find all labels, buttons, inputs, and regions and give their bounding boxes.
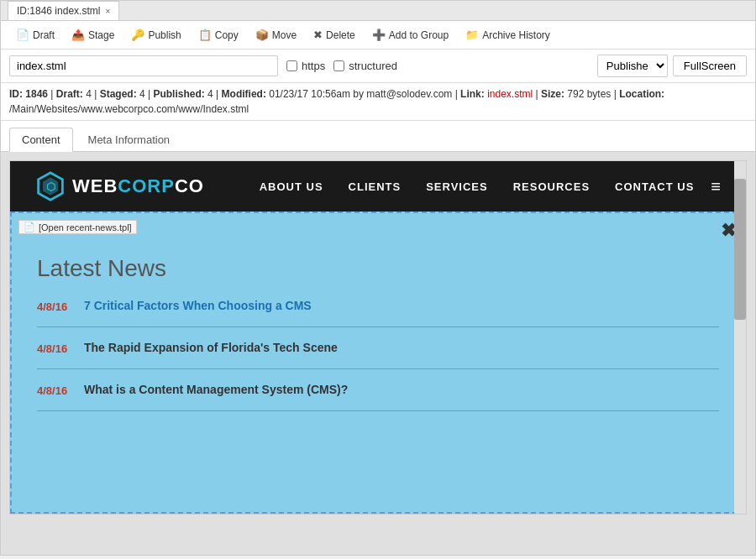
news-date-3: 4/8/16: [37, 384, 71, 397]
publish-label: Publish: [148, 29, 181, 41]
news-date-1: 4/8/16: [37, 300, 71, 313]
stage-icon: 📤: [71, 29, 85, 41]
news-link-1[interactable]: 7 Critical Factors When Choosing a CMS: [84, 299, 312, 312]
stage-label: Stage: [88, 29, 114, 41]
archive-icon: 📁: [465, 29, 479, 41]
stage-button[interactable]: 📤 Stage: [65, 26, 121, 44]
meta-location: /Main/Websites/www.webcorpco.com/www/Ind…: [9, 103, 249, 115]
scrollbar-thumb[interactable]: [734, 179, 746, 320]
scrollbar-track: [734, 161, 746, 514]
structured-checkbox-group: structured: [333, 60, 397, 72]
publish-select-group: Publishe FullScreen: [597, 55, 747, 77]
svg-text:⬡: ⬡: [46, 181, 55, 193]
nav-link-services[interactable]: SERVICES: [426, 180, 488, 193]
main-window: ID:1846 index.stml × 📄 Draft 📤 Stage 🔑 P…: [0, 0, 756, 556]
add-group-label: Add to Group: [389, 29, 449, 41]
template-label-text: [Open recent-news.tpl]: [39, 222, 132, 232]
news-item-2: 4/8/16 The Rapid Expansion of Florida's …: [37, 341, 719, 369]
move-button[interactable]: 📦 Move: [249, 26, 303, 44]
latest-news-title: Latest News: [37, 255, 719, 282]
publish-icon: 🔑: [131, 29, 144, 41]
filename-input[interactable]: [9, 55, 278, 76]
archive-history-button[interactable]: 📁 Archive History: [459, 26, 557, 44]
meta-text: ID: 1846 | Draft: 4 | Staged: 4 | Publis…: [9, 88, 664, 100]
copy-icon: 📋: [198, 29, 212, 41]
news-item-1: 4/8/16 7 Critical Factors When Choosing …: [37, 299, 719, 327]
news-title-3: What is a Content Management System (CMS…: [84, 383, 348, 396]
delete-icon: ✖: [313, 29, 323, 41]
nav-link-about-us[interactable]: ABOUT US: [260, 180, 323, 193]
tab-meta-information[interactable]: Meta Information: [76, 128, 183, 151]
news-item-3: 4/8/16 What is a Content Management Syst…: [37, 383, 719, 411]
website-preview: ⬡ WEBCORPCO ABOUT US CLIENTS SERVICES RE…: [9, 160, 747, 515]
add-to-group-button[interactable]: ➕ Add to Group: [365, 26, 455, 44]
nav-link-resources[interactable]: RESOURCES: [513, 180, 590, 193]
publish-select[interactable]: Publishe: [597, 55, 668, 77]
site-content: 📄 [Open recent-news.tpl] ✖ Latest News 4…: [10, 212, 746, 514]
add-group-icon: ➕: [372, 29, 386, 41]
draft-icon: 📄: [16, 29, 29, 41]
https-label: https: [302, 60, 325, 72]
draft-button[interactable]: 📄 Draft: [9, 26, 61, 44]
meta-info-row: ID: 1846 | Draft: 4 | Staged: 4 | Publis…: [1, 83, 755, 121]
file-row: https structured Publishe FullScreen: [1, 50, 755, 83]
copy-button[interactable]: 📋 Copy: [192, 26, 245, 44]
publish-button[interactable]: 🔑 Publish: [124, 26, 187, 44]
preview-container: ⬡ WEBCORPCO ABOUT US CLIENTS SERVICES RE…: [1, 152, 755, 555]
site-logo: ⬡ WEBCORPCO: [35, 171, 204, 201]
delete-label: Delete: [326, 29, 355, 41]
https-checkbox[interactable]: [286, 60, 297, 71]
site-nav-links: ABOUT US CLIENTS SERVICES RESOURCES CONT…: [260, 180, 695, 193]
template-icon: 📄: [24, 222, 35, 232]
archive-label: Archive History: [482, 29, 550, 41]
news-date-2: 4/8/16: [37, 342, 71, 355]
delete-button[interactable]: ✖ Delete: [307, 26, 362, 44]
tab-label: ID:1846 index.stml: [17, 5, 100, 17]
copy-label: Copy: [215, 29, 239, 41]
site-nav: ⬡ WEBCORPCO ABOUT US CLIENTS SERVICES RE…: [10, 161, 746, 212]
tab-content[interactable]: Content: [9, 128, 73, 152]
structured-checkbox[interactable]: [333, 60, 344, 71]
toolbar: 📄 Draft 📤 Stage 🔑 Publish 📋 Copy 📦 Move …: [1, 21, 755, 50]
file-link[interactable]: index.stml: [487, 88, 533, 100]
move-icon: 📦: [255, 29, 269, 41]
nav-link-clients[interactable]: CLIENTS: [349, 180, 402, 193]
nav-link-contact-us[interactable]: CONTACT US: [615, 180, 694, 193]
logo-text: WEBCORPCO: [72, 175, 204, 197]
hamburger-icon[interactable]: ≡: [711, 177, 721, 196]
tab-bar: ID:1846 index.stml ×: [1, 1, 755, 21]
news-title-2: The Rapid Expansion of Florida's Tech Sc…: [84, 341, 338, 354]
https-checkbox-group: https: [286, 60, 325, 72]
template-label[interactable]: 📄 [Open recent-news.tpl]: [18, 220, 137, 234]
draft-label: Draft: [33, 29, 55, 41]
logo-hex-icon: ⬡: [35, 171, 66, 201]
file-tab[interactable]: ID:1846 index.stml ×: [8, 1, 119, 20]
content-tabs: Content Meta Information: [1, 121, 755, 152]
structured-label: structured: [349, 60, 397, 72]
tab-close-icon[interactable]: ×: [105, 7, 110, 16]
fullscreen-button[interactable]: FullScreen: [673, 55, 747, 76]
move-label: Move: [272, 29, 297, 41]
